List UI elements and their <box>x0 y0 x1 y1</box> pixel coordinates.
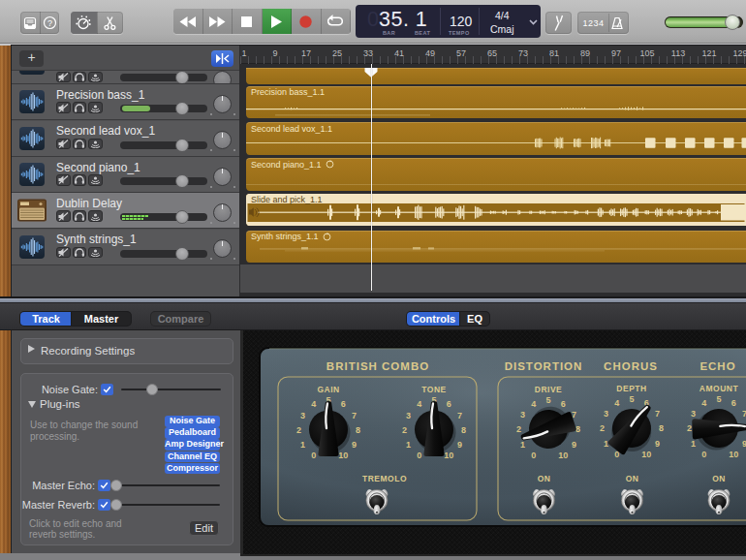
svg-text:TONE: TONE <box>421 385 446 394</box>
svg-text:GAIN: GAIN <box>317 385 339 394</box>
svg-text:DEPTH: DEPTH <box>616 384 646 393</box>
svg-text:4: 4 <box>701 398 706 408</box>
svg-text:9: 9 <box>572 440 576 450</box>
svg-text:ON: ON <box>538 474 551 483</box>
svg-text:DISTORTION: DISTORTION <box>505 360 583 372</box>
svg-text:4: 4 <box>614 398 619 408</box>
svg-text:5: 5 <box>716 394 721 404</box>
svg-text:9: 9 <box>655 439 660 449</box>
svg-text:8: 8 <box>356 425 360 435</box>
svg-text:7: 7 <box>742 409 746 419</box>
svg-text:ECHO: ECHO <box>699 360 735 372</box>
svg-text:1: 1 <box>300 440 305 450</box>
svg-text:2: 2 <box>600 423 605 433</box>
svg-text:3: 3 <box>691 409 696 419</box>
svg-text:?: ? <box>47 18 52 28</box>
svg-text:4: 4 <box>417 399 421 409</box>
svg-text:ON: ON <box>712 474 726 483</box>
svg-text:9: 9 <box>352 440 357 450</box>
svg-text:2: 2 <box>296 425 301 435</box>
svg-text:1: 1 <box>520 440 525 450</box>
svg-text:AMOUNT: AMOUNT <box>699 384 739 393</box>
svg-text:5: 5 <box>629 394 634 404</box>
svg-text:3: 3 <box>520 410 525 420</box>
svg-text:10: 10 <box>558 451 568 460</box>
svg-text:3: 3 <box>406 411 411 420</box>
svg-text:4: 4 <box>531 399 536 409</box>
svg-text:CHORUS: CHORUS <box>604 360 658 372</box>
svg-text:4: 4 <box>311 399 316 409</box>
svg-text:10: 10 <box>641 450 651 459</box>
svg-text:3: 3 <box>300 411 305 420</box>
svg-text:7: 7 <box>457 411 462 420</box>
svg-text:ON: ON <box>626 474 639 483</box>
svg-text:2: 2 <box>402 425 407 435</box>
svg-text:10: 10 <box>729 450 738 459</box>
svg-text:DRIVE: DRIVE <box>535 385 562 394</box>
svg-text:6: 6 <box>341 399 346 409</box>
svg-text:8: 8 <box>659 423 664 433</box>
svg-text:5: 5 <box>545 395 550 405</box>
svg-text:10: 10 <box>444 451 453 460</box>
svg-text:6: 6 <box>447 399 451 409</box>
svg-text:BRITISH COMBO: BRITISH COMBO <box>326 360 429 372</box>
svg-text:1: 1 <box>604 439 608 449</box>
svg-text:6: 6 <box>561 399 566 409</box>
svg-text:7: 7 <box>655 409 660 419</box>
svg-text:9: 9 <box>742 439 746 449</box>
svg-text:1: 1 <box>691 439 696 449</box>
svg-text:2: 2 <box>687 423 692 433</box>
svg-text:7: 7 <box>352 411 357 420</box>
svg-text:TREMOLO: TREMOLO <box>362 474 407 483</box>
svg-text:10: 10 <box>338 451 348 460</box>
svg-text:8: 8 <box>461 425 466 435</box>
svg-text:0: 0 <box>311 451 316 460</box>
svg-text:9: 9 <box>457 440 462 450</box>
svg-text:0: 0 <box>701 450 706 459</box>
svg-text:3: 3 <box>604 409 608 419</box>
svg-text:6: 6 <box>731 398 736 408</box>
svg-text:2: 2 <box>516 424 521 434</box>
svg-text:0: 0 <box>531 451 536 460</box>
svg-text:1: 1 <box>406 440 411 450</box>
svg-text:0: 0 <box>417 451 421 460</box>
